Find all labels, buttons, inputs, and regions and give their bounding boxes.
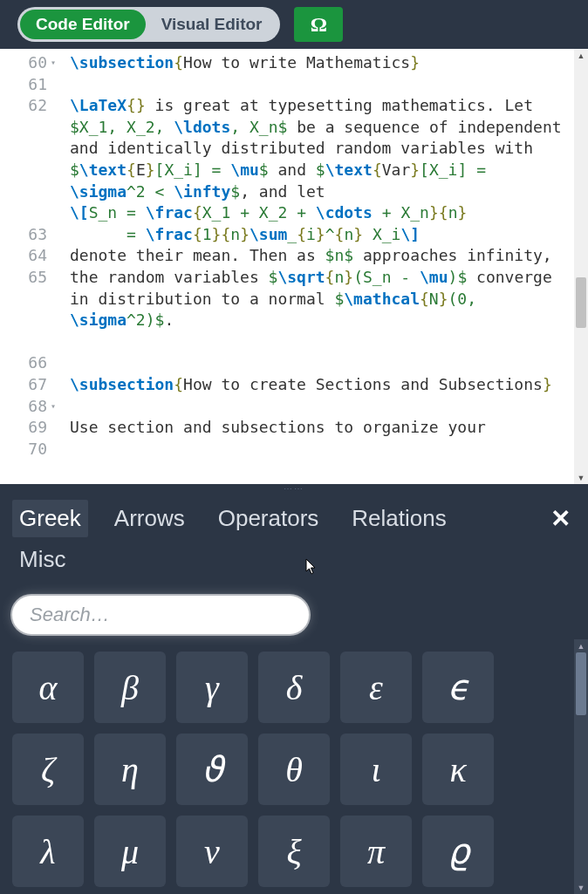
line-number: 64 (0, 245, 58, 267)
symbol-button[interactable]: θ (258, 734, 330, 805)
code-line[interactable]: $\text{E}[X_i] = \mu$ and $\text{Var}[X_… (70, 160, 588, 181)
symbol-palette-button[interactable]: Ω (294, 7, 343, 42)
symbol-grid-scroll: αβγδεϵζηϑθικλμνξπϱ ▲ ▼ (0, 639, 588, 894)
code-content[interactable]: \subsection{How to write Mathematics}\La… (58, 49, 588, 484)
scroll-down-icon[interactable]: ▼ (574, 471, 588, 484)
code-line[interactable] (70, 352, 588, 374)
code-editor-tab[interactable]: Code Editor (20, 10, 146, 39)
line-number (0, 117, 58, 139)
tab-arrows[interactable]: Arrows (107, 500, 192, 537)
line-number: 62 (0, 95, 58, 117)
line-number (0, 160, 58, 181)
code-line[interactable]: \sigma^2)$. (70, 310, 588, 331)
line-number: 61 (0, 74, 58, 96)
line-number-gutter: 6061626364656667686970 (0, 49, 58, 484)
palette-tabs-row2: Misc (0, 539, 588, 580)
close-icon[interactable]: ✕ (545, 504, 576, 533)
symbol-button[interactable]: η (94, 734, 166, 805)
line-number: 67 (0, 374, 58, 396)
palette-tabs: Greek Arrows Operators Relations ✕ (0, 493, 588, 539)
line-number: 69 (0, 417, 58, 439)
code-line[interactable]: in distribution to a normal $\mathcal{N}… (70, 289, 588, 311)
symbol-button[interactable]: ν (176, 816, 248, 887)
line-number: 66 (0, 352, 58, 374)
symbol-button[interactable]: λ (12, 816, 84, 887)
symbol-button[interactable]: π (340, 816, 412, 887)
line-number (0, 202, 58, 224)
line-number (0, 310, 58, 331)
palette-scroll-thumb[interactable] (576, 652, 586, 715)
code-line[interactable] (70, 331, 588, 353)
symbol-button[interactable]: γ (176, 652, 248, 723)
line-number: 60 (0, 52, 58, 74)
line-number: 70 (0, 439, 58, 461)
line-number: 63 (0, 224, 58, 246)
symbol-button[interactable]: ξ (258, 816, 330, 887)
top-toolbar: Code Editor Visual Editor Ω (0, 0, 588, 49)
symbol-button[interactable]: α (12, 652, 84, 723)
editor-scrollbar[interactable]: ▲ ▼ (574, 49, 588, 484)
symbol-button[interactable]: ϱ (422, 816, 494, 887)
line-number (0, 289, 58, 311)
tab-misc[interactable]: Misc (12, 541, 72, 578)
panel-drag-handle[interactable]: ⋯⋯ (0, 484, 588, 493)
code-line[interactable]: \sigma^2 < \infty$, and let (70, 181, 588, 203)
search-input[interactable] (12, 596, 309, 634)
code-line[interactable]: \[S_n = \frac{X_1 + X_2 + \cdots + X_n}{… (70, 202, 588, 224)
code-line[interactable]: the random variables $\sqrt{n}(S_n - \mu… (70, 267, 588, 289)
code-line[interactable]: $X_1, X_2, \ldots, X_n$ be a sequence of… (70, 117, 588, 139)
omega-icon: Ω (311, 13, 327, 37)
code-editor[interactable]: 6061626364656667686970 \subsection{How t… (0, 49, 588, 484)
palette-search-row (0, 580, 588, 639)
tab-operators[interactable]: Operators (211, 500, 326, 537)
symbol-button[interactable]: κ (422, 734, 494, 805)
line-number: 65 (0, 267, 58, 289)
scroll-up-icon[interactable]: ▲ (574, 639, 588, 652)
code-line[interactable]: Use section and subsections to organize … (70, 417, 588, 439)
line-number (0, 138, 58, 160)
symbol-button[interactable]: ι (340, 734, 412, 805)
visual-editor-tab[interactable]: Visual Editor (146, 10, 278, 39)
symbol-button[interactable]: ζ (12, 734, 84, 805)
code-line[interactable]: and identically distributed random varia… (70, 138, 588, 160)
code-line[interactable]: = \frac{1}{n}\sum_{i}^{n} X_i\] (70, 224, 588, 246)
symbol-button[interactable]: ϵ (422, 652, 494, 723)
code-line[interactable]: \LaTeX{} is great at typesetting mathema… (70, 95, 588, 117)
symbol-button[interactable]: β (94, 652, 166, 723)
symbol-grid: αβγδεϵζηϑθικλμνξπϱ (12, 639, 576, 887)
palette-scrollbar[interactable]: ▲ ▼ (574, 639, 588, 894)
code-line[interactable]: denote their mean. Then as $n$ approache… (70, 245, 588, 267)
scroll-down-icon[interactable]: ▼ (574, 881, 588, 894)
code-line[interactable] (70, 396, 588, 418)
symbol-button[interactable]: ε (340, 652, 412, 723)
scroll-up-icon[interactable]: ▲ (574, 49, 588, 62)
line-number: 68 (0, 396, 58, 418)
code-line[interactable]: \subsection{How to create Sections and S… (70, 374, 588, 396)
editor-mode-toggle: Code Editor Visual Editor (17, 7, 280, 42)
editor-scroll-thumb[interactable] (576, 277, 586, 328)
code-line[interactable] (70, 74, 588, 96)
code-line[interactable]: \subsection{How to write Mathematics} (70, 52, 588, 74)
tab-greek[interactable]: Greek (12, 500, 88, 537)
symbol-button[interactable]: ϑ (176, 734, 248, 805)
symbol-palette: Greek Arrows Operators Relations ✕ Misc … (0, 493, 588, 894)
line-number (0, 331, 58, 353)
symbol-button[interactable]: δ (258, 652, 330, 723)
symbol-button[interactable]: μ (94, 816, 166, 887)
line-number (0, 181, 58, 203)
tab-relations[interactable]: Relations (345, 500, 453, 537)
